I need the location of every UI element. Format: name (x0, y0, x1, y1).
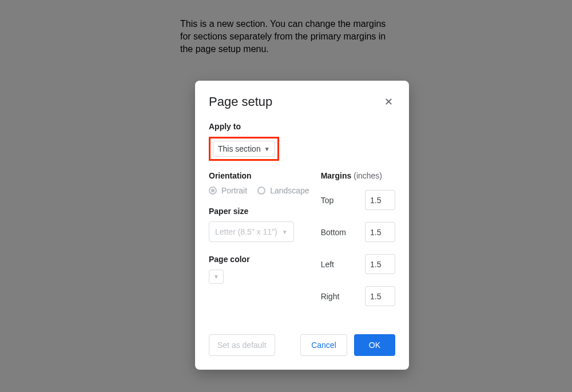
apply-to-value: This section (218, 144, 261, 153)
caret-down-icon: ▼ (213, 274, 219, 280)
margin-row-bottom: Bottom (321, 222, 395, 242)
paper-size-dropdown[interactable]: Letter (8.5" x 11") ▼ (209, 221, 294, 242)
margins-unit: (inches) (353, 171, 382, 180)
margins-label: Margins (321, 171, 352, 180)
margin-left-input[interactable] (365, 254, 395, 274)
paper-size-value: Letter (8.5" x 11") (215, 227, 277, 236)
margin-right-label: Right (321, 292, 340, 301)
dialog-left-column: Orientation Portrait Landscape Paper siz… (209, 171, 309, 318)
orientation-landscape-label: Landscape (270, 186, 309, 195)
margin-right-input[interactable] (365, 286, 395, 306)
apply-to-dropdown[interactable]: This section ▼ (213, 141, 275, 157)
caret-down-icon: ▼ (282, 229, 288, 235)
margin-bottom-label: Bottom (321, 228, 346, 237)
caret-down-icon: ▼ (264, 146, 270, 152)
dialog-title: Page setup (209, 94, 272, 109)
dialog-right-column: Margins (inches) Top Bottom Left Right (321, 171, 395, 318)
dialog-actions: Set as default Cancel OK (209, 334, 395, 356)
apply-to-highlight: This section ▼ (209, 137, 279, 161)
cancel-button[interactable]: Cancel (300, 334, 347, 356)
dialog-header: Page setup ✕ (209, 94, 395, 109)
set-as-default-button[interactable]: Set as default (209, 334, 275, 356)
orientation-options: Portrait Landscape (209, 186, 309, 195)
margin-bottom-input[interactable] (365, 222, 395, 242)
orientation-landscape[interactable]: Landscape (257, 186, 309, 195)
margin-row-right: Right (321, 286, 395, 306)
close-icon: ✕ (384, 96, 393, 108)
orientation-portrait[interactable]: Portrait (209, 186, 247, 195)
orientation-portrait-label: Portrait (221, 186, 247, 195)
radio-selected-icon (209, 187, 217, 195)
margin-top-input[interactable] (365, 190, 395, 210)
page-setup-dialog: Page setup ✕ Apply to This section ▼ Ori… (195, 81, 409, 370)
page-color-label: Page color (209, 255, 309, 264)
close-button[interactable]: ✕ (382, 94, 395, 109)
paper-size-label: Paper size (209, 207, 309, 216)
orientation-label: Orientation (209, 171, 309, 180)
page-color-dropdown[interactable]: ▼ (209, 270, 224, 284)
dialog-columns: Orientation Portrait Landscape Paper siz… (209, 171, 395, 318)
ok-button[interactable]: OK (354, 334, 395, 356)
margins-title: Margins (inches) (321, 171, 395, 180)
apply-to-label: Apply to (209, 122, 395, 131)
margin-top-label: Top (321, 196, 334, 205)
margin-row-top: Top (321, 190, 395, 210)
margin-row-left: Left (321, 254, 395, 274)
radio-empty-icon (257, 187, 265, 195)
margin-left-label: Left (321, 260, 334, 269)
